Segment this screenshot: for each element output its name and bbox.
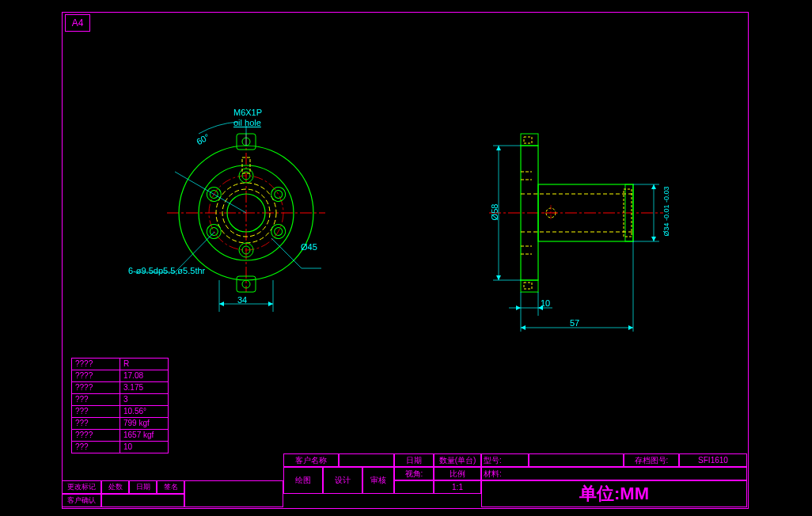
svg-point-19: [273, 189, 284, 200]
svg-marker-62: [651, 184, 656, 189]
drawingno: SFI1610: [679, 453, 747, 467]
svg-rect-38: [521, 134, 538, 146]
svg-rect-39: [521, 280, 538, 292]
dim58-label: Ø58: [490, 204, 499, 221]
dim34tol-label: Ø34 -0.01 -0.03: [662, 186, 670, 236]
svg-marker-67: [516, 305, 521, 310]
svg-line-25: [175, 172, 246, 213]
oilhole-label: oil hole: [233, 118, 261, 127]
sign: 签名: [157, 480, 184, 494]
table-row: ???799 kgf: [72, 418, 169, 430]
svg-marker-33: [219, 302, 224, 306]
dim34-label: 34: [237, 295, 247, 305]
table-row: ???3: [72, 394, 169, 406]
scale-label: 比例: [434, 467, 481, 480]
drawn-label: 绘图: [283, 467, 323, 494]
thread-label: M6X1P: [233, 108, 262, 117]
svg-marker-34: [268, 302, 273, 306]
svg-marker-63: [651, 237, 656, 241]
svg-rect-49: [524, 283, 532, 289]
title-block: 客户名称 日期 数量(单台) 型号: 存档图号: SFI1610 材料: 绘图 …: [62, 467, 747, 507]
table-row: ???10.56°: [72, 406, 169, 418]
side-view: [489, 134, 663, 332]
customer-name-label: 客户名称: [283, 453, 339, 467]
scale-value: 1:1: [434, 480, 481, 494]
model: [529, 453, 624, 467]
customer-name: [339, 453, 394, 467]
cust-confirm: 客户确认: [62, 494, 101, 507]
table-row: ????3.175: [72, 382, 169, 394]
design-label: 设计: [323, 467, 362, 494]
view-label: 视角:: [394, 467, 434, 480]
check-label: 审核: [362, 467, 394, 494]
svg-marker-73: [628, 325, 633, 330]
spec-table: ????R????17.08????3.175???3???10.56°???7…: [71, 358, 169, 453]
svg-marker-57: [496, 146, 501, 150]
holespec-label: 6-ø9.5dp5.5,ø5.5thr: [128, 266, 205, 275]
table-row: ????17.08: [72, 370, 169, 382]
table-row: ???10: [72, 442, 169, 453]
table-row: ????1657 kgf: [72, 430, 169, 442]
svg-line-26: [271, 238, 302, 268]
table-row: ????R: [72, 359, 169, 370]
dim57-label: 57: [570, 318, 579, 328]
date2: 日期: [129, 480, 157, 494]
units-label: 单位:MM: [481, 480, 747, 507]
date-label: 日期: [394, 453, 434, 467]
svg-point-18: [268, 184, 288, 204]
front-view: [135, 122, 325, 312]
material-label: 材料:: [481, 467, 747, 480]
location: 处数: [101, 480, 129, 494]
svg-marker-58: [496, 275, 501, 280]
dia45-label: Ø45: [301, 242, 317, 252]
model-label: 型号:: [481, 453, 529, 467]
drawingno-label: 存档图号:: [624, 453, 679, 467]
change-mark: 更改标记: [62, 480, 101, 494]
svg-marker-72: [521, 325, 526, 330]
dim10-label: 10: [541, 298, 550, 308]
svg-rect-48: [524, 137, 532, 143]
qty-label: 数量(单台): [434, 453, 481, 467]
